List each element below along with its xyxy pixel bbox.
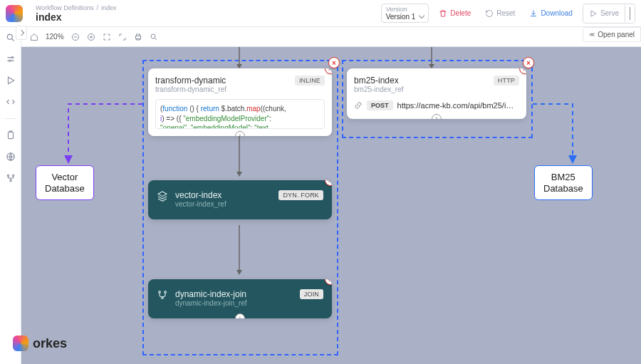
- reset-button[interactable]: Reset: [481, 6, 519, 21]
- close-icon[interactable]: ×: [523, 57, 534, 68]
- svg-point-1: [11, 57, 13, 58]
- globe-icon[interactable]: [6, 152, 16, 162]
- delete-label: Delete: [450, 9, 471, 17]
- http-method-badge: POST: [367, 100, 393, 110]
- add-port-icon[interactable]: +: [432, 114, 442, 119]
- arrow-bm25-callout: [533, 60, 604, 167]
- merge-icon: [157, 289, 168, 301]
- svg-rect-10: [135, 36, 140, 38]
- node-dynamic-index-join[interactable]: × dynamic-index-join dynamic-index-join_…: [148, 279, 332, 318]
- sliders-icon[interactable]: [6, 54, 16, 64]
- code-preview: (function () { return $.batch.map((chunk…: [155, 99, 325, 129]
- chevron-right-icon: [19, 30, 24, 36]
- version-value: Version 1: [386, 13, 416, 21]
- node-ref: transform-dynamic_ref: [155, 85, 226, 93]
- http-url: https://acme-kb.com/api/bm25/i…: [397, 101, 519, 110]
- node-ref: dynamic-index-join_ref: [175, 299, 247, 307]
- zoom-level: 120%: [46, 33, 64, 41]
- brand-name: orkes: [33, 336, 67, 351]
- version-select[interactable]: Version Version 1: [381, 4, 429, 23]
- node-transform-dynamic[interactable]: × transform-dynamic transform-dynamic_re…: [148, 68, 332, 136]
- search-canvas-icon[interactable]: [150, 33, 158, 41]
- svg-point-0: [7, 34, 12, 39]
- svg-point-2: [9, 60, 10, 61]
- version-label: Version: [386, 6, 424, 13]
- app-logo: [6, 5, 23, 22]
- serve-dropdown[interactable]: [625, 4, 635, 23]
- breadcrumb-sep: /: [96, 4, 98, 11]
- node-type-badge: DYN. FORK: [278, 190, 323, 200]
- page-title: index: [36, 11, 116, 23]
- delete-button[interactable]: Delete: [434, 6, 475, 21]
- add-port-icon[interactable]: +: [235, 131, 245, 136]
- node-vector-index[interactable]: × vector-index vector-index_ref DYN. FOR…: [148, 180, 332, 219]
- svg-rect-3: [8, 132, 13, 138]
- chevron-down-icon: [419, 13, 424, 19]
- node-type-badge: INLINE: [295, 76, 325, 85]
- node-title: transform-dynamic: [155, 76, 226, 85]
- node-ref: vector-index_ref: [175, 200, 226, 208]
- zoom-out-icon[interactable]: [71, 33, 80, 41]
- brand-watermark: orkes: [13, 336, 67, 351]
- edge-transform-vector: [232, 136, 246, 180]
- open-panel-label: Open panel: [598, 31, 635, 38]
- print-icon[interactable]: [134, 33, 142, 41]
- close-icon[interactable]: ×: [328, 57, 340, 68]
- node-type-badge: JOIN: [300, 289, 323, 299]
- download-icon: [529, 9, 538, 18]
- sidebar-expand-tab[interactable]: [16, 26, 27, 40]
- topbar: Workflow Definitions / index index Versi…: [0, 0, 641, 27]
- search-icon[interactable]: [6, 33, 16, 43]
- layers-icon: [157, 190, 168, 202]
- svg-point-11: [151, 34, 155, 38]
- node-title: bm25-index: [354, 76, 403, 85]
- serve-button[interactable]: Serve: [583, 4, 625, 23]
- fit-icon[interactable]: [103, 33, 111, 41]
- reset-icon: [485, 9, 494, 18]
- callout-bm25-db: BM25 Database: [534, 165, 593, 200]
- code-icon[interactable]: [6, 97, 16, 107]
- left-iconbar: [0, 27, 21, 364]
- workflow-canvas[interactable]: × × × transform-dynamic transform-dynami…: [21, 47, 641, 364]
- open-panel-button[interactable]: ≪ Open panel: [583, 27, 641, 42]
- clipboard-icon[interactable]: [6, 130, 16, 140]
- zoom-in-icon[interactable]: [87, 33, 95, 41]
- add-port-icon[interactable]: +: [235, 313, 245, 318]
- breadcrumb: Workflow Definitions / index index: [36, 4, 116, 23]
- svg-point-12: [159, 291, 161, 293]
- link-icon: [354, 101, 363, 110]
- serve-label: Serve: [600, 9, 619, 17]
- svg-point-7: [9, 180, 11, 181]
- download-button[interactable]: Download: [525, 6, 576, 21]
- chevron-down-icon: [630, 7, 630, 20]
- breadcrumb-page: index: [101, 4, 117, 11]
- callout-vector-db: Vector Database: [36, 165, 94, 200]
- trash-icon: [439, 9, 447, 18]
- serve-button-group: Serve: [583, 4, 635, 24]
- node-title: dynamic-index-join: [175, 289, 247, 299]
- home-icon[interactable]: [30, 33, 38, 41]
- expand-icon[interactable]: [118, 33, 127, 41]
- download-label: Download: [541, 9, 572, 17]
- branch-icon[interactable]: [6, 173, 16, 183]
- breadcrumb-section[interactable]: Workflow Definitions: [36, 4, 93, 11]
- svg-point-13: [165, 291, 167, 293]
- brand-logo-icon: [13, 336, 28, 351]
- canvas-toolbar: 120%: [21, 27, 641, 47]
- play-outline-icon[interactable]: [6, 76, 16, 85]
- reset-label: Reset: [496, 9, 515, 17]
- node-ref: bm25-index_ref: [354, 85, 403, 93]
- play-icon: [589, 9, 598, 18]
- svg-point-5: [7, 175, 9, 176]
- divider: [5, 118, 16, 119]
- node-type-badge: HTTP: [494, 76, 519, 85]
- arrow-vector-callout: [61, 60, 147, 167]
- node-title: vector-index: [175, 190, 226, 200]
- svg-point-6: [12, 175, 14, 176]
- edge-vector-join: [232, 225, 246, 279]
- node-bm25-index[interactable]: × bm25-index bm25-index_ref HTTP POST ht…: [347, 68, 526, 119]
